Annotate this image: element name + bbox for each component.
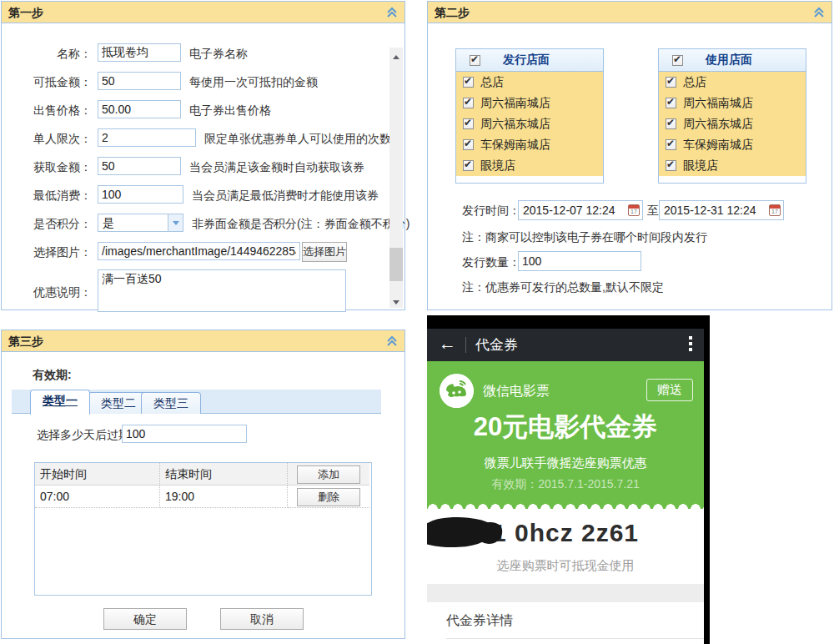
store-item[interactable]: 车保姆南城店 xyxy=(456,134,603,155)
field-label-deduct: 可抵金额： xyxy=(2,73,92,91)
store-item[interactable]: 周六福东城店 xyxy=(659,113,806,134)
panel-step2-header[interactable]: 第二步 xyxy=(428,2,831,23)
store-item[interactable]: 周六福南城店 xyxy=(659,93,806,113)
store-item[interactable]: 总店 xyxy=(456,72,603,93)
coupon-code-hint: 选座购票时可抵现金使用 xyxy=(427,558,704,574)
tab-type1[interactable]: 类型一 xyxy=(30,390,90,415)
issue-time-note: 注：商家可以控制该电子券在哪个时间段内发行 xyxy=(462,230,707,245)
panel-step3: 第三步 有效期: 类型一 类型二 类型三 选择多少天后过期: 开始时间 结束时间 xyxy=(1,330,405,639)
checkbox-icon[interactable] xyxy=(666,139,676,150)
promo-description-textarea[interactable]: 满一百送50 xyxy=(98,269,346,312)
coupon-title: 20元电影代金券 xyxy=(427,410,704,445)
phone-app-bar: ← 代金券 xyxy=(427,329,704,361)
coupon-details-title: 代金券详情 xyxy=(446,612,513,630)
checkbox-icon[interactable] xyxy=(463,118,474,129)
deduct-amount-input[interactable] xyxy=(98,72,181,90)
checkbox-icon[interactable] xyxy=(666,77,676,88)
tabstrip: 类型一 类型二 类型三 xyxy=(12,390,381,414)
time-range-table: 开始时间 结束时间 添加 07:00 19:00 删除 xyxy=(34,462,372,596)
to-label: 至 xyxy=(647,204,659,219)
choose-image-button[interactable]: 选择图片 xyxy=(302,242,347,262)
use-store-list: 使用店面 总店 周六福南城店 周六福东城店 车保姆南城店 眼境店 xyxy=(658,48,806,184)
issue-start-value: 2015-12-07 12:24 xyxy=(523,201,615,219)
store-item[interactable]: 车保姆南城店 xyxy=(659,134,806,155)
checkbox-icon[interactable] xyxy=(470,55,480,66)
panel-step3-header[interactable]: 第三步 xyxy=(2,330,404,352)
store-item[interactable]: 眼境店 xyxy=(456,155,603,176)
screen: 第一步 名称： 电子券名称 可抵金额： 每使用一次可抵扣的金额 出售价格： 电子… xyxy=(0,0,834,644)
collapse-icon[interactable] xyxy=(813,7,825,18)
table-row[interactable]: 07:00 19:00 删除 xyxy=(35,486,371,508)
obtain-amount-input[interactable] xyxy=(98,157,181,175)
image-path-input[interactable] xyxy=(98,242,300,260)
issue-start-datebox[interactable]: 2015-12-07 12:24 xyxy=(518,200,643,220)
expire-days-input[interactable] xyxy=(122,425,247,443)
coupon-code-row: 1 0hcz 2z61 xyxy=(427,519,704,547)
phone-preview: ← 代金券 微信电影票 赠送 20元电影代金券 微 xyxy=(427,315,710,644)
issue-store-title: 发行店面 xyxy=(503,53,550,68)
delete-row-button[interactable]: 删除 xyxy=(297,488,360,506)
checkbox-icon[interactable] xyxy=(666,160,676,171)
scrollbar-thumb[interactable] xyxy=(389,248,403,281)
scroll-up-icon[interactable] xyxy=(389,48,403,61)
field-label-limit: 单人限次： xyxy=(2,129,92,148)
sale-price-input[interactable] xyxy=(98,100,181,118)
add-row-button[interactable]: 添加 xyxy=(297,465,360,484)
scroll-down-icon[interactable] xyxy=(389,294,403,308)
end-time-cell: 19:00 xyxy=(160,486,288,508)
checkbox-icon[interactable] xyxy=(463,77,474,88)
store-item-label: 车保姆南城店 xyxy=(683,138,753,153)
store-item[interactable]: 周六福东城店 xyxy=(456,113,603,134)
back-arrow-icon[interactable]: ← xyxy=(439,334,456,354)
calendar-icon[interactable] xyxy=(628,204,640,216)
issue-store-list: 发行店面 总店 周六福南城店 周六福东城店 车保姆南城店 眼境店 xyxy=(455,48,604,184)
issue-count-input[interactable] xyxy=(518,251,641,271)
points-dropdown-value: 是 xyxy=(103,214,114,231)
checkbox-icon[interactable] xyxy=(666,118,676,129)
panel-step2-body: 发行店面 总店 周六福南城店 周六福东城店 车保姆南城店 眼境店 使用店面 xyxy=(428,24,831,309)
min-spend-input[interactable] xyxy=(98,185,183,204)
tab-type2[interactable]: 类型二 xyxy=(88,392,148,414)
collapse-icon[interactable] xyxy=(386,7,398,18)
gift-button[interactable]: 赠送 xyxy=(646,379,693,401)
checkbox-icon[interactable] xyxy=(463,98,474,108)
phone-page-title: 代金券 xyxy=(475,335,518,355)
issue-end-datebox[interactable]: 2015-12-31 12:24 xyxy=(659,200,784,220)
expire-days-label: 选择多少天后过期: xyxy=(37,428,133,443)
store-item-label: 周六福南城店 xyxy=(683,96,753,111)
panel-step3-title: 第三步 xyxy=(8,335,43,348)
store-item[interactable]: 眼境店 xyxy=(659,155,806,176)
field-label-obtain: 获取金额： xyxy=(2,158,92,176)
points-hint: 非券面金额是否积分(注：券面金额不积分) xyxy=(192,214,409,233)
panel-step1: 第一步 名称： 电子券名称 可抵金额： 每使用一次可抵扣的金额 出售价格： 电子… xyxy=(1,1,405,310)
ok-button[interactable]: 确定 xyxy=(103,608,187,630)
issue-count-label: 发行数量： xyxy=(462,255,520,270)
checkbox-icon[interactable] xyxy=(672,55,683,66)
issue-count-note: 注：优惠券可发行的总数量,默认不限定 xyxy=(462,280,664,295)
checkbox-icon[interactable] xyxy=(463,160,474,171)
scrollbar[interactable] xyxy=(389,48,403,308)
collapse-icon[interactable] xyxy=(386,335,398,347)
cancel-button[interactable]: 取消 xyxy=(220,608,304,630)
chevron-down-icon[interactable] xyxy=(168,214,183,231)
checkbox-icon[interactable] xyxy=(463,139,474,150)
panel-step1-title: 第一步 xyxy=(8,6,43,19)
name-input[interactable] xyxy=(98,43,181,62)
col-start-time: 开始时间 xyxy=(35,463,160,486)
per-user-limit-input[interactable] xyxy=(98,128,196,147)
issue-store-header: 发行店面 xyxy=(456,49,603,72)
calendar-icon[interactable] xyxy=(769,204,781,216)
store-item[interactable]: 总店 xyxy=(659,72,806,93)
store-item[interactable]: 周六福南城店 xyxy=(456,93,603,113)
points-dropdown[interactable]: 是 xyxy=(98,214,183,232)
use-store-header: 使用店面 xyxy=(659,49,806,72)
limit-hint: 限定单张优惠券单人可以使用的次数 xyxy=(204,129,391,148)
obtain-hint: 当会员满足该金额时自动获取该券 xyxy=(189,158,364,176)
overflow-menu-icon[interactable] xyxy=(689,336,692,351)
deduct-hint: 每使用一次可抵扣的金额 xyxy=(189,73,318,91)
field-label-image: 选择图片： xyxy=(2,243,92,261)
section-divider-band xyxy=(427,584,704,602)
panel-step1-header[interactable]: 第一步 xyxy=(2,2,404,23)
tab-type3[interactable]: 类型三 xyxy=(141,392,201,414)
checkbox-icon[interactable] xyxy=(666,98,676,108)
